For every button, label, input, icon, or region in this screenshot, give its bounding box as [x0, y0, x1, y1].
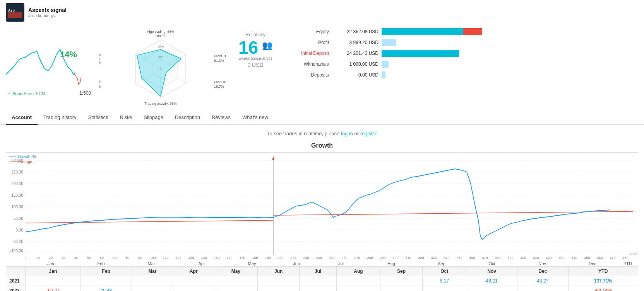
radar-chart-area: 100+% 50% 0% Algo trading: 66% Profit Tr… [99, 28, 226, 106]
svg-text:210: 210 [277, 256, 283, 260]
svg-text:90: 90 [138, 256, 142, 260]
tab-reviews[interactable]: Reviews [206, 111, 236, 125]
svg-text:Loss Trades:: Loss Trades: [214, 80, 226, 84]
tab-slippage[interactable]: Slippage [138, 111, 169, 125]
initial-deposit-row: Initial Deposit 24 201.43 USD [290, 50, 638, 57]
svg-text:350: 350 [456, 256, 462, 260]
svg-text:290: 290 [380, 256, 385, 260]
svg-text:drawdown:: drawdown: [99, 57, 101, 61]
tab-risks[interactable]: Risks [114, 111, 138, 125]
realtime-notice: To see trades in realtime, please log in… [6, 131, 638, 136]
reliability-label: Reliability [245, 32, 265, 37]
monthly-table: Jan Feb Mar Apr May Jun Jul Aug Sep Oct … [6, 266, 638, 291]
svg-text:470: 470 [610, 256, 615, 260]
svg-text:370: 370 [482, 256, 488, 260]
svg-text:Profit Trades:: Profit Trades: [214, 54, 226, 58]
svg-text:380: 380 [495, 256, 500, 260]
svg-text:Maximum: Maximum [99, 53, 101, 57]
tab-statistics[interactable]: Statistics [82, 111, 114, 125]
login-link[interactable]: log in [341, 131, 353, 136]
reliability-sub: weeks (since 2021) [239, 56, 272, 61]
svg-text:160: 160 [226, 256, 232, 260]
svg-text:100: 100 [150, 256, 156, 260]
tabs-container: Account Trading history Statistics Risks… [0, 111, 644, 125]
tab-account[interactable]: Account [6, 111, 38, 125]
svg-text:400: 400 [520, 256, 526, 260]
svg-text:30: 30 [62, 256, 65, 260]
main-content: To see trades in realtime, please log in… [0, 125, 644, 291]
logo-area: Asp Aspexfx signal arun kumar gv [6, 3, 67, 22]
svg-text:270: 270 [354, 256, 360, 260]
initial-deposit-bar [382, 50, 482, 57]
svg-text:-100.00: -100.00 [10, 249, 23, 253]
tab-whats-new[interactable]: What's new [236, 111, 274, 125]
deposits-row: Deposits 0.00 USD [290, 71, 638, 78]
svg-text:430: 430 [558, 256, 564, 260]
svg-text:-50.00: -50.00 [12, 240, 24, 244]
svg-text:460: 460 [597, 256, 603, 260]
svg-text:0: 0 [24, 256, 26, 260]
svg-text:50.00: 50.00 [14, 216, 23, 221]
svg-text:80: 80 [125, 256, 129, 260]
svg-text:190: 190 [265, 256, 271, 260]
withdrawals-value: 1 000.00 USD [332, 61, 379, 67]
profit-row: Profit 3 999.20 USD [290, 39, 638, 46]
withdrawals-row: Withdrawals 1 000.00 USD [290, 61, 638, 68]
register-link[interactable]: register [360, 131, 377, 136]
mini-chart-svg [6, 28, 95, 90]
svg-text:50: 50 [87, 256, 91, 260]
deposits-value: 0.00 USD [332, 72, 379, 78]
profit-bar [382, 39, 482, 46]
author-name: arun kumar gv [28, 13, 67, 18]
svg-rect-1 [8, 12, 22, 18]
logo-icon: Asp [7, 5, 23, 20]
initial-deposit-label: Initial Deposit [290, 51, 329, 56]
broker-display: ✓ SuperForex:ECN [8, 91, 45, 96]
svg-text:10: 10 [36, 256, 40, 260]
svg-text:440: 440 [571, 256, 577, 260]
svg-text:18.7%: 18.7% [214, 85, 224, 88]
equity-value: 22 362.08 USD [332, 29, 379, 34]
svg-text:140: 140 [201, 256, 207, 260]
mini-chart-area: 14% ✓ SuperForex:ECN 1:500 [6, 28, 95, 98]
radar-svg: 100+% 50% 0% Algo trading: 66% Profit Tr… [99, 28, 226, 106]
svg-text:250: 250 [329, 256, 334, 260]
equity-row: Equity 22 362.08 USD [290, 28, 638, 35]
initial-deposit-value: 24 201.43 USD [332, 51, 379, 56]
svg-line-46 [273, 211, 633, 215]
svg-text:20: 20 [49, 256, 53, 260]
withdrawals-bar [382, 61, 482, 68]
growth-chart-container: Growth, % Average 300.00 250.00 200.00 1… [6, 152, 638, 266]
tab-description[interactable]: Description [169, 111, 206, 125]
svg-text:200.00: 200.00 [11, 182, 23, 186]
svg-text:340: 340 [444, 256, 449, 260]
logo-box: Asp [6, 3, 24, 22]
svg-text:150.00: 150.00 [11, 193, 23, 197]
svg-text:420: 420 [546, 256, 552, 260]
svg-text:100+%: 100+% [155, 34, 166, 38]
withdrawals-label: Withdrawals [290, 61, 329, 67]
month-labels: Jan Feb Mar Apr May Jun Jul Aug Sep Oct … [6, 261, 638, 266]
reliability-weeks: 16 [238, 39, 258, 56]
svg-text:50%: 50% [158, 45, 164, 48]
svg-text:450: 450 [584, 256, 590, 260]
svg-text:70: 70 [113, 256, 116, 260]
svg-text:Trades: Trades [629, 252, 639, 256]
tab-trading-history[interactable]: Trading history [38, 111, 82, 125]
svg-text:300: 300 [392, 256, 398, 260]
growth-title: Growth [6, 142, 638, 149]
equity-bar [382, 28, 482, 35]
svg-line-45 [26, 220, 273, 223]
deposits-bar [382, 71, 482, 78]
svg-text:40: 40 [74, 256, 78, 260]
svg-marker-44 [272, 157, 274, 160]
svg-text:230: 230 [303, 256, 309, 260]
svg-text:0.00: 0.00 [16, 228, 24, 232]
signal-name: Aspexfx signal [28, 7, 67, 13]
svg-text:260: 260 [341, 256, 347, 260]
signal-info: Aspexfx signal arun kumar gv [28, 7, 67, 18]
svg-text:480: 480 [622, 256, 628, 260]
reliability-section: Reliability 16 👥 weeks (since 2021) 0 US… [230, 28, 281, 68]
svg-text:120: 120 [175, 256, 181, 260]
svg-text:330: 330 [431, 256, 437, 260]
